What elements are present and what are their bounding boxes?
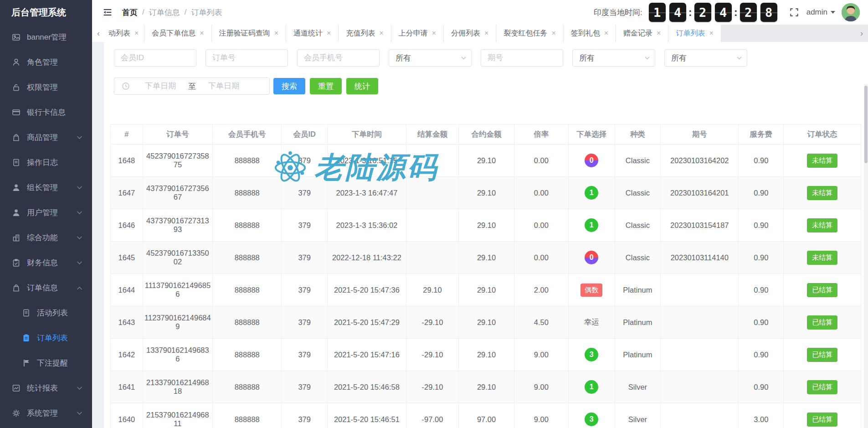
- order-status: 未结算: [784, 144, 861, 177]
- phone-input[interactable]: [297, 49, 380, 67]
- choice-select[interactable]: 所有: [664, 49, 747, 67]
- tab-11[interactable]: 订单列表×: [668, 25, 721, 42]
- sidebar-item-perm[interactable]: 权限管理: [0, 75, 92, 100]
- tab-close-icon[interactable]: ×: [327, 29, 331, 37]
- tab-8[interactable]: 裂变红包任务×: [496, 25, 563, 42]
- tab-close-icon[interactable]: ×: [709, 29, 713, 37]
- tab-2[interactable]: 会员下单信息×: [144, 25, 211, 42]
- service-fee: 0.90: [739, 177, 784, 209]
- rate: 0.00: [514, 209, 569, 242]
- tabs-scroll-right-icon[interactable]: ›: [855, 25, 868, 42]
- member-id: 379: [282, 403, 327, 428]
- clock-digit: 8: [760, 3, 777, 22]
- status-select[interactable]: 所有: [389, 49, 472, 67]
- content-panel: 所有 所有 所有: [104, 42, 868, 428]
- tab-close-icon[interactable]: ×: [657, 29, 661, 37]
- order-time: 2022-12-18 11:43:22: [327, 242, 406, 274]
- status-badge: 已结算: [807, 413, 837, 427]
- sidebar-item-finance[interactable]: 财务信息: [0, 250, 92, 275]
- breadcrumb-home[interactable]: 首页: [122, 7, 138, 18]
- tab-1[interactable]: 动列表×: [105, 25, 144, 42]
- category: Classic: [615, 177, 660, 209]
- sidebar-item-banner[interactable]: banner管理: [0, 25, 92, 50]
- sidebar-item-label: 下注提醒: [37, 358, 82, 368]
- avatar[interactable]: [842, 3, 860, 21]
- tab-6[interactable]: 上分申请×: [391, 25, 444, 42]
- stats-button[interactable]: 统计: [346, 78, 378, 94]
- tab-close-icon[interactable]: ×: [200, 29, 204, 37]
- tab-close-icon[interactable]: ×: [379, 29, 383, 37]
- sidebar-item-report[interactable]: 统计报表: [0, 376, 92, 401]
- tab-4[interactable]: 通道统计×: [286, 25, 339, 42]
- sidebar-item-users[interactable]: 用户管理: [0, 200, 92, 225]
- sidebar-item-leader[interactable]: 组长管理: [0, 175, 92, 200]
- clipboard-solid-icon: [22, 334, 31, 343]
- choice-circle-badge: 1: [585, 186, 598, 200]
- row-index: 1646: [111, 209, 143, 242]
- member-phone: 888888: [212, 403, 282, 428]
- sidebar-item-system[interactable]: 系统管理: [0, 401, 92, 426]
- sidebar-item-label: 商品管理: [27, 132, 77, 143]
- sidebar-item-activity-list[interactable]: 活动列表: [0, 300, 92, 325]
- tab-5[interactable]: 充值列表×: [339, 25, 391, 42]
- search-button[interactable]: 搜索: [273, 78, 305, 94]
- chart-icon: [12, 384, 21, 393]
- member-id: 379: [282, 274, 327, 306]
- sidebar-item-oplog[interactable]: 操作日志: [0, 150, 92, 175]
- clock-digit: 1: [649, 3, 666, 22]
- column-header: #: [111, 124, 143, 144]
- sidebar-item-orders[interactable]: 订单信息: [0, 275, 92, 300]
- sidebar-item-label: banner管理: [27, 32, 82, 42]
- tab-close-icon[interactable]: ×: [484, 29, 488, 37]
- user-menu[interactable]: admin: [806, 8, 835, 17]
- tab-close-icon[interactable]: ×: [551, 29, 555, 37]
- filter-form: 所有 所有 所有: [104, 42, 868, 95]
- tab-7[interactable]: 分佣列表×: [444, 25, 496, 42]
- rate: 4.50: [514, 306, 569, 339]
- tab-3[interactable]: 注册验证码查询×: [212, 25, 286, 42]
- tab-9[interactable]: 签到礼包×: [564, 25, 616, 42]
- period-input[interactable]: [481, 49, 563, 67]
- order-no-input[interactable]: [205, 49, 288, 67]
- sidebar-item-goods[interactable]: 商品管理: [0, 125, 92, 150]
- sidebar-item-order-list[interactable]: 订单列表: [0, 325, 92, 351]
- sidebar-fold-icon[interactable]: [102, 7, 113, 18]
- sidebar-item-misc[interactable]: 综合功能: [0, 225, 92, 250]
- category: Classic: [615, 144, 660, 177]
- settle-amount: [406, 209, 458, 242]
- tab-label: 上分申请: [399, 29, 428, 38]
- sidebar-item-label: 订单列表: [37, 333, 82, 343]
- scrollbar-thumb[interactable]: [864, 86, 868, 163]
- rate: 0.00: [514, 144, 569, 177]
- clock-digit: 2: [694, 3, 711, 22]
- table-row: 1643112379016214968498888883792021-5-20 …: [111, 306, 861, 339]
- chevron-down-icon: [77, 410, 82, 415]
- order-status: 未结算: [784, 242, 861, 274]
- date-start-input[interactable]: [134, 82, 187, 91]
- sidebar-item-bankcard[interactable]: 银行卡信息: [0, 100, 92, 125]
- tab-close-icon[interactable]: ×: [432, 29, 436, 37]
- app-root: 后台管理系统 banner管理角色管理权限管理银行卡信息商品管理操作日志组长管理…: [0, 0, 868, 428]
- tab-close-icon[interactable]: ×: [274, 29, 278, 37]
- tab-close-icon[interactable]: ×: [604, 29, 608, 37]
- sidebar-item-bet-remind[interactable]: 下注提醒: [0, 351, 92, 376]
- reset-button[interactable]: 重置: [310, 78, 342, 94]
- tabs-scroll-left-icon[interactable]: ‹: [92, 25, 105, 42]
- category-select[interactable]: 所有: [572, 49, 655, 67]
- rate: 9.00: [514, 371, 569, 403]
- order-time: 2021-5-20 15:47:16: [327, 339, 406, 371]
- member-id-input[interactable]: [114, 49, 196, 67]
- user-icon: [12, 58, 21, 67]
- tab-close-icon[interactable]: ×: [134, 29, 139, 37]
- main-area: 首页 / 订单信息 / 订单列表 印度当地时间: 14:24:28 admin: [92, 0, 868, 428]
- gear-icon: [12, 409, 21, 418]
- date-range-picker[interactable]: 至: [114, 77, 270, 95]
- period-no: [661, 306, 739, 339]
- date-end-input[interactable]: [197, 82, 251, 91]
- status-badge: 已结算: [807, 348, 837, 362]
- member-id: 379: [282, 209, 327, 242]
- sidebar-item-label: 角色管理: [27, 57, 82, 67]
- sidebar-item-role[interactable]: 角色管理: [0, 50, 92, 75]
- tab-10[interactable]: 赠金记录×: [616, 25, 668, 42]
- fullscreen-icon[interactable]: [789, 7, 799, 17]
